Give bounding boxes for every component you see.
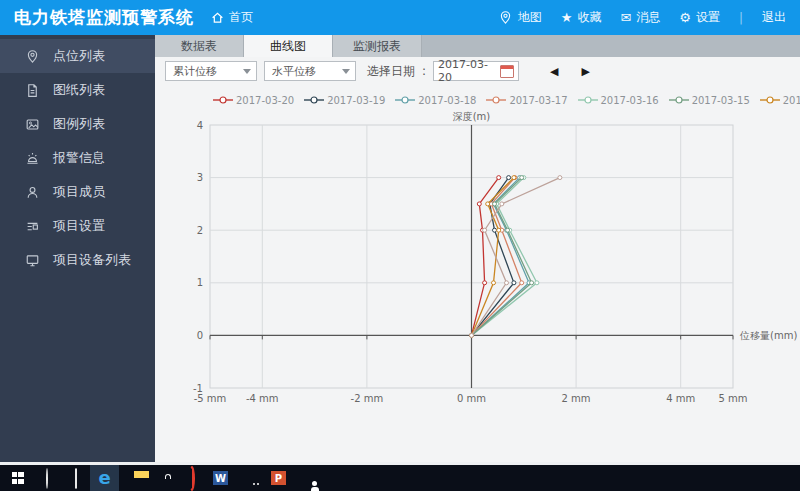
sidebar-item-label: 项目设备列表 <box>53 251 131 269</box>
legend-item-2017-03-17[interactable]: 2017-03-17 <box>486 95 567 106</box>
svg-text:2: 2 <box>197 225 203 236</box>
logout-button[interactable]: 退出 <box>762 9 786 26</box>
nav-item-label: 消息 <box>636 9 660 26</box>
nav-item-3[interactable]: ✉消息 <box>620 9 660 26</box>
word-app[interactable]: W <box>206 465 235 491</box>
nav-item-1[interactable]: 地图 <box>498 9 542 26</box>
direction-type-select[interactable]: 水平位移 <box>264 61 356 81</box>
nav-item-label: 设置 <box>696 9 720 26</box>
sidebar-item-label: 报警信息 <box>53 149 105 167</box>
date-input[interactable]: 2017-03-20 <box>433 61 519 81</box>
task-view-button[interactable] <box>61 465 90 491</box>
main-content: 数据表曲线图监测报表 累计位移 水平位移 选择日期 : 2017-03-20 ◀… <box>155 35 800 462</box>
legend-marker-icon <box>304 95 324 105</box>
top-header: 电力铁塔监测预警系统 首页 地图★收藏✉消息⚙设置|退出 <box>0 0 800 35</box>
svg-text:1: 1 <box>197 277 203 288</box>
legend-item-2017-03-14[interactable]: 2017-03-14 <box>760 95 800 106</box>
edge-app[interactable]: e <box>90 465 119 491</box>
sidebar-item-3[interactable]: 图例列表 <box>0 107 155 141</box>
search-button[interactable] <box>32 465 61 491</box>
word-icon: W <box>213 471 228 485</box>
powerpoint-app[interactable]: P <box>264 465 293 491</box>
start-button[interactable] <box>3 465 32 491</box>
svg-text:0: 0 <box>197 330 203 341</box>
messenger-app[interactable] <box>293 465 322 491</box>
windows-taskbar: eWP <box>0 462 800 491</box>
svg-text:4 mm: 4 mm <box>666 393 695 404</box>
svg-text:5 mm: 5 mm <box>718 393 747 404</box>
tab-1[interactable]: 数据表 <box>155 35 244 57</box>
prev-date-button[interactable]: ◀ <box>550 65 558 78</box>
svg-text:3: 3 <box>197 172 203 183</box>
tab-2[interactable]: 曲线图 <box>244 35 333 57</box>
legend-items: 2017-03-202017-03-192017-03-182017-03-17… <box>213 95 800 106</box>
powerpoint-icon: P <box>271 471 286 485</box>
edge-icon: e <box>98 469 110 488</box>
device-monitor-icon <box>25 253 40 268</box>
nav-item-label: 收藏 <box>577 9 601 26</box>
calendar-icon <box>500 65 514 78</box>
svg-text:4: 4 <box>197 120 203 131</box>
mail-icon: ✉ <box>620 11 631 25</box>
nav-divider: | <box>739 11 743 25</box>
legend-item-2017-03-15[interactable]: 2017-03-15 <box>669 95 750 106</box>
displacement-depth-chart: -5 mm-4 mm-2 mm0 mm2 mm4 mm5 mm-101234深度… <box>155 110 800 425</box>
legend-label: 2017-03-14 <box>783 95 800 106</box>
members-icon <box>25 185 40 200</box>
gear-icon: ⚙ <box>679 11 691 25</box>
legend-marker-icon <box>395 95 415 105</box>
legend-marker-icon <box>213 95 233 105</box>
sidebar-item-5[interactable]: 项目成员 <box>0 175 155 209</box>
legend-marker-icon <box>486 95 506 105</box>
alarm-icon <box>25 151 40 166</box>
next-date-button[interactable]: ▶ <box>582 65 590 78</box>
header-nav: 地图★收藏✉消息⚙设置|退出 <box>498 9 786 26</box>
direction-type-value: 水平位移 <box>272 64 316 79</box>
image-icon <box>25 117 40 132</box>
sidebar-menu: 点位列表图纸列表图例列表报警信息项目成员项目设置项目设备列表 <box>0 35 155 277</box>
legend-item-2017-03-20[interactable]: 2017-03-20 <box>213 95 294 106</box>
sidebar-item-6[interactable]: 项目设置 <box>0 209 155 243</box>
file-explorer-app[interactable] <box>119 465 148 491</box>
legend-label: 2017-03-18 <box>418 95 476 106</box>
project-settings-icon <box>25 219 40 234</box>
sidebar-item-4[interactable]: 报警信息 <box>0 141 155 175</box>
store-app[interactable] <box>148 465 177 491</box>
browser-app[interactable] <box>177 465 206 491</box>
sidebar-item-7[interactable]: 项目设备列表 <box>0 243 155 277</box>
date-colon: : <box>422 64 426 78</box>
legend-label: 2017-03-20 <box>236 95 294 106</box>
tab-3[interactable]: 监测报表 <box>333 35 422 57</box>
home-label: 首页 <box>229 9 253 26</box>
legend-item-2017-03-16[interactable]: 2017-03-16 <box>578 95 659 106</box>
home-link[interactable]: 首页 <box>210 9 253 26</box>
tab-strip: 数据表曲线图监测报表 <box>155 35 800 57</box>
legend-label: 2017-03-17 <box>509 95 567 106</box>
nav-item-2[interactable]: ★收藏 <box>561 9 602 26</box>
red-swirl-icon <box>189 469 195 488</box>
location-pin-icon <box>25 49 40 64</box>
legend-item-2017-03-18[interactable]: 2017-03-18 <box>395 95 476 106</box>
svg-text:位移量(mm): 位移量(mm) <box>739 330 797 341</box>
date-value: 2017-03-20 <box>438 58 500 84</box>
svg-text:0 mm: 0 mm <box>457 393 486 404</box>
sidebar-item-2[interactable]: 图纸列表 <box>0 73 155 107</box>
svg-text:-1: -1 <box>193 383 203 394</box>
svg-text:-5 mm: -5 mm <box>194 393 227 404</box>
chart-area: -5 mm-4 mm-2 mm0 mm2 mm4 mm5 mm-101234深度… <box>155 110 800 425</box>
windows-icon <box>12 472 24 484</box>
displacement-type-select[interactable]: 累计位移 <box>165 61 257 81</box>
sidebar-item-label: 图例列表 <box>53 115 105 133</box>
map-pin-icon <box>498 10 513 25</box>
nav-item-4[interactable]: ⚙设置 <box>679 9 720 26</box>
chart-legend: 2017-03-202017-03-192017-03-182017-03-17… <box>213 92 800 108</box>
sidebar-item-1[interactable]: 点位列表 <box>0 39 155 73</box>
chevron-down-icon <box>342 69 350 74</box>
wechat-app[interactable] <box>235 465 264 491</box>
controls-row: 累计位移 水平位移 选择日期 : 2017-03-20 ◀ ▶ <box>155 57 800 85</box>
legend-label: 2017-03-15 <box>692 95 750 106</box>
legend-item-2017-03-19[interactable]: 2017-03-19 <box>304 95 385 106</box>
date-label: 选择日期 <box>367 63 415 80</box>
legend-marker-icon <box>669 95 689 105</box>
svg-text:-4 mm: -4 mm <box>246 393 279 404</box>
